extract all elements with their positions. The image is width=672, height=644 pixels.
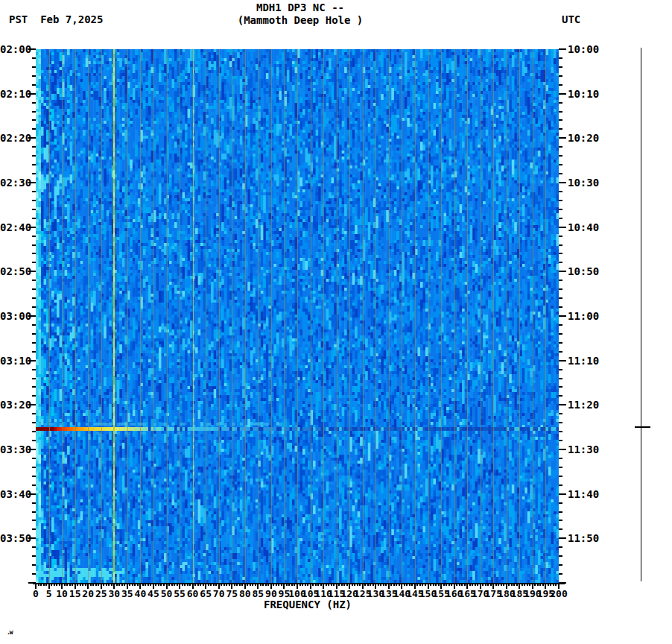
time-label-left: 03:50 — [0, 532, 30, 544]
frequency-tick — [354, 583, 355, 586]
time-tick-left — [32, 546, 36, 548]
time-label-right: 11:10 — [568, 355, 599, 367]
frequency-tick — [553, 583, 554, 586]
time-label-left: 02:20 — [0, 132, 30, 144]
frequency-tick — [320, 583, 322, 586]
frequency-tick — [346, 583, 348, 586]
frequency-tick — [160, 583, 162, 586]
frequency-tick — [448, 583, 450, 586]
frequency-tick — [111, 583, 112, 586]
time-tick-left — [32, 75, 36, 77]
frequency-tick — [92, 583, 94, 586]
time-label-right: 11:40 — [568, 488, 599, 500]
frequency-tick — [419, 583, 421, 586]
frequency-tick — [393, 583, 395, 586]
time-tick-right — [559, 324, 562, 326]
time-tick-left — [32, 262, 36, 263]
frequency-tick — [328, 583, 329, 586]
frequency-tick — [482, 583, 484, 586]
time-tick-right — [559, 449, 566, 450]
time-tick-right — [559, 164, 562, 165]
time-tick-left — [32, 102, 36, 104]
frequency-tick — [539, 583, 541, 586]
amplitude-scale-bar — [641, 48, 641, 581]
frequency-tick — [226, 583, 227, 586]
time-tick-right — [559, 227, 566, 228]
time-tick-right — [559, 244, 562, 246]
time-label-left: 03:10 — [0, 355, 30, 367]
time-tick-right — [559, 458, 562, 459]
time-tick-left — [32, 351, 36, 353]
time-tick-left — [32, 253, 36, 254]
frequency-tick — [364, 583, 366, 586]
time-tick-left — [32, 218, 36, 219]
frequency-tick — [142, 583, 144, 586]
frequency-tick — [163, 583, 165, 586]
time-tick-right — [559, 84, 562, 86]
time-tick-left — [32, 511, 36, 513]
frequency-tick — [278, 583, 279, 586]
frequency-tick — [422, 583, 423, 586]
chart-subtitle: (Mammoth Deep Hole ) — [238, 14, 364, 26]
time-tick-left — [32, 413, 36, 414]
time-tick-right — [559, 236, 562, 237]
frequency-tick — [326, 583, 327, 586]
frequency-tick — [213, 583, 215, 586]
frequency-tick — [221, 583, 222, 586]
time-tick-left — [32, 458, 36, 459]
frequency-tick — [527, 583, 528, 586]
frequency-tick — [487, 583, 489, 586]
frequency-tick — [66, 583, 68, 586]
frequency-tick — [106, 583, 107, 586]
time-tick-left — [32, 520, 36, 521]
frequency-tick — [189, 583, 191, 586]
time-tick-left — [32, 333, 36, 335]
time-label-right: 11:50 — [568, 532, 599, 544]
time-tick-left — [32, 528, 36, 530]
frequency-tick — [370, 583, 371, 586]
frequency-tick — [194, 583, 196, 586]
frequency-tick — [341, 583, 343, 586]
frequency-tick — [430, 583, 431, 586]
frequency-tick — [38, 583, 39, 586]
frequency-tick — [260, 583, 261, 586]
time-tick-right — [559, 102, 562, 104]
frequency-tick — [215, 583, 217, 586]
time-tick-right — [559, 128, 562, 130]
frequency-tick — [331, 583, 332, 586]
frequency-tick — [155, 583, 156, 586]
time-label-right: 11:00 — [568, 310, 599, 322]
time-label-right: 11:30 — [568, 443, 599, 455]
time-tick-right — [559, 502, 562, 504]
frequency-tick-label: 20 — [82, 588, 94, 599]
time-tick-right — [559, 173, 562, 174]
time-tick-right — [559, 271, 566, 272]
time-label-right: 10:10 — [568, 88, 599, 100]
frequency-tick — [267, 583, 269, 586]
frequency-tick — [469, 583, 471, 586]
frequency-tick-label: 80 — [239, 588, 251, 599]
frequency-tick — [82, 583, 83, 586]
frequency-tick-label: 0 — [33, 588, 39, 599]
spacer — [28, 13, 40, 25]
frequency-tick — [234, 583, 235, 586]
time-tick-left — [32, 422, 36, 423]
frequency-tick — [459, 583, 460, 586]
frequency-tick — [210, 583, 212, 586]
time-tick-right — [559, 573, 562, 575]
time-tick-left — [32, 84, 36, 86]
time-label-right: 10:40 — [568, 221, 599, 233]
time-label-left: 02:00 — [0, 43, 30, 55]
time-tick-right — [559, 395, 562, 397]
frequency-tick — [299, 583, 301, 586]
timezone-right-label: UTC — [562, 13, 580, 25]
frequency-tick-label: 10 — [56, 588, 68, 599]
frequency-tick — [537, 583, 539, 586]
time-tick-left — [32, 395, 36, 397]
frequency-tick — [241, 583, 243, 586]
frequency-tick — [307, 583, 308, 586]
time-tick-left — [32, 128, 36, 130]
time-tick-right — [559, 48, 566, 50]
time-tick-left — [32, 431, 36, 432]
time-tick-left — [32, 369, 36, 370]
